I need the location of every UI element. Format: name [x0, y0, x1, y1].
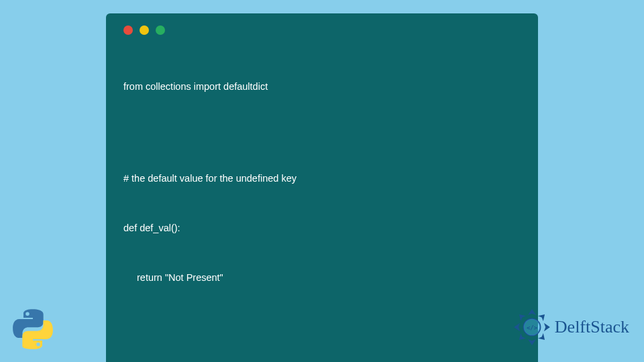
window-controls: [123, 25, 521, 35]
code-window: from collections import defaultdict # th…: [106, 13, 538, 362]
brand-name: DelftStack: [555, 317, 629, 337]
svg-marker-4: [538, 314, 545, 321]
code-block: from collections import defaultdict # th…: [123, 46, 521, 362]
svg-marker-3: [514, 323, 520, 331]
python-logo-icon: [12, 308, 54, 350]
svg-marker-5: [538, 333, 545, 340]
code-line: return "Not Present": [123, 269, 521, 286]
code-line: from collections import defaultdict: [123, 78, 521, 95]
maximize-icon: [156, 25, 165, 35]
svg-marker-2: [528, 339, 536, 345]
svg-marker-1: [544, 323, 550, 331]
svg-marker-7: [519, 314, 526, 321]
svg-text:</>: </>: [527, 324, 537, 331]
code-line: def def_val():: [123, 220, 521, 237]
delftstack-brand: </> DelftStack: [513, 308, 629, 346]
close-icon: [123, 25, 133, 35]
delftstack-emblem-icon: </>: [513, 308, 551, 346]
svg-marker-6: [519, 333, 526, 340]
svg-marker-0: [528, 309, 536, 315]
minimize-icon: [140, 25, 149, 35]
code-line: # the default value for the undefined ke…: [123, 170, 521, 187]
